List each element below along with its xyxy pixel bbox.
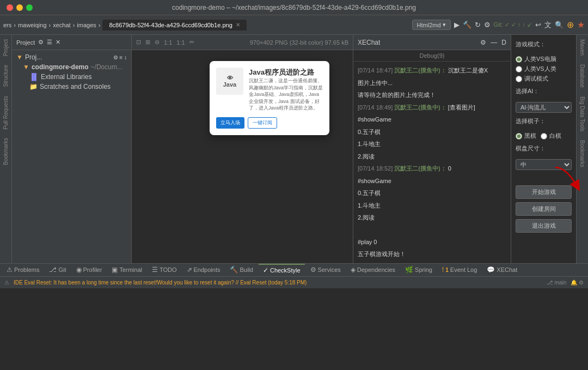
list-icon[interactable]: ☰ <box>47 39 52 46</box>
tab-event-log[interactable]: ! 1 Event Log <box>438 264 481 276</box>
gear-icon[interactable]: ⚙ <box>480 39 486 46</box>
tab-label: Endpoints <box>194 266 220 273</box>
maximize-button[interactable] <box>26 4 33 11</box>
tree-item-scratches[interactable]: 📁 Scratches and Consoles <box>25 82 131 92</box>
tab-checkstyle[interactable]: ✓ CheckStyle <box>259 264 305 276</box>
exit-game-button[interactable]: 退出游戏 <box>516 219 572 233</box>
tab-endpoints[interactable]: ⇗ Endpoints <box>182 264 225 276</box>
tree-item-label: Scratches and Consoles <box>40 83 111 90</box>
tab-label: 8c8679db-52f4-43de-a429-6ccd69cd0b1e.png <box>109 22 232 28</box>
minimize-icon[interactable]: — <box>491 39 497 46</box>
board-size-select[interactable]: 中 <box>516 159 572 170</box>
sidebar-item-maven[interactable]: Maven <box>579 39 585 56</box>
game-mode-title: 游戏模式： <box>516 40 572 48</box>
git-branch[interactable]: ⎇ main <box>547 280 566 286</box>
expand-icon[interactable]: D <box>501 39 506 46</box>
tab-label: Spring <box>415 266 432 273</box>
close-button[interactable] <box>7 4 13 11</box>
java-card-header: 👁 Java Java程序员进阶之路 沉默王二谦，这是一份通俗易懂、风趣幽默的J… <box>216 68 323 112</box>
sidebar-item-big-data-tools[interactable]: Big Data Tools <box>579 96 585 131</box>
minimize-button[interactable] <box>16 4 23 11</box>
edit-icon[interactable]: ✏ <box>189 39 194 46</box>
project-tree: ▼ Proj... ⚙ ≡ ↕ ▼ codingmore-demo ~/Docu… <box>12 50 131 263</box>
star-icon[interactable]: ★ <box>577 20 585 30</box>
java-logo: 👁 Java <box>216 68 243 95</box>
mode-debug[interactable]: 调试模式 <box>516 75 572 83</box>
tree-item-root[interactable]: ▼ Proj... ⚙ ≡ ↕ <box>12 52 131 62</box>
tab-problems[interactable]: ⚠ Problems <box>2 264 44 276</box>
zoom-out-icon[interactable]: ⊖ <box>155 39 160 46</box>
undo-icon[interactable]: ↩ <box>535 21 541 29</box>
tab-label: CheckStyle <box>270 267 301 274</box>
sidebar-item-structure[interactable]: Structure <box>3 65 9 87</box>
java-btn-secondary[interactable]: 一键订阅 <box>248 117 277 129</box>
message-item: [07/14 18:52] 沉默王二(摸鱼中)： 0 <box>358 164 506 173</box>
grid-icon[interactable]: ⊞ <box>145 39 150 46</box>
chess-black[interactable]: 黑棋 <box>516 132 536 140</box>
board-size-container: 中 <box>516 159 572 170</box>
tree-item-label: Proj... <box>25 53 42 61</box>
settings-icon[interactable]: ⚙ ≡ ↕ <box>113 54 127 60</box>
tab-spring[interactable]: 🌿 Spring <box>401 264 437 276</box>
toolbar-right: Html2md ▾ ▶ 🔨 ↻ ⚙ Git: ✓ ✓ ↑ ↑ ↙ ↩ 文 🔍 ⊕… <box>412 20 585 30</box>
settings-icon[interactable]: ⚙ <box>484 21 491 29</box>
message-item: 0.五子棋 <box>358 128 506 137</box>
run-icon[interactable]: ▶ <box>454 21 460 29</box>
gear-icon[interactable]: ⚙ <box>38 39 44 46</box>
chess-white[interactable]: 白棋 <box>541 132 561 140</box>
tab-label: Dependencies <box>357 266 395 273</box>
tab-label: Git <box>58 266 66 273</box>
tab-services[interactable]: ⚙ Services <box>306 264 345 276</box>
image-canvas: 👁 Java Java程序员进阶之路 沉默王二谦，这是一份通俗易懂、风趣幽默的J… <box>132 50 353 263</box>
sidebar-item-database[interactable]: Database <box>579 64 585 88</box>
game-mode-group: 人类VS电脑 人类VS人类 调试模式 <box>516 55 572 83</box>
close-icon[interactable]: ✕ <box>56 39 60 46</box>
image-area: ⊡ ⊞ ⊖ 1:1 1:1 ✏ 970×402 PNG (32-bit colo… <box>132 35 353 263</box>
breadcrumb-part: images <box>77 22 96 28</box>
active-tab[interactable]: 8c8679db-52f4-43de-a429-6ccd69cd0b1e.png… <box>102 20 246 31</box>
build-icon[interactable]: 🔨 <box>463 21 471 29</box>
mode-human-vs-human[interactable]: 人类VS人类 <box>516 65 572 73</box>
search-icon[interactable]: 🔍 <box>555 21 564 29</box>
zoom-reset[interactable]: 1:1 <box>164 39 172 46</box>
toolbar: ers › maweiqing › xechat › images › 8c86… <box>0 15 588 35</box>
translate-icon[interactable]: 文 <box>544 20 552 30</box>
tab-label: Build <box>240 266 253 273</box>
create-room-button[interactable]: 创建房间 <box>516 202 572 216</box>
mode-human-vs-ai[interactable]: 人类VS电脑 <box>516 55 572 63</box>
message-item: #showGame <box>358 115 506 124</box>
tree-item-label: codingmore-demo <box>32 63 89 71</box>
tab-terminal[interactable]: ▣ Terminal <box>107 264 146 276</box>
tab-git[interactable]: ⎇ Git <box>45 264 70 276</box>
sidebar-item-bookmarks-right[interactable]: Bookmarks <box>579 140 585 167</box>
breadcrumb: ers › maweiqing › xechat › images › <box>3 22 100 28</box>
tab-dependencies[interactable]: ◈ Dependencies <box>346 264 400 276</box>
ai-select[interactable]: AI·沟流儿 <box>516 102 572 113</box>
tab-xchat[interactable]: 💬 XEChat <box>482 264 522 276</box>
sidebar-item-project[interactable]: Project <box>3 39 9 56</box>
plus-icon[interactable]: ⊕ <box>567 20 574 30</box>
reload-icon[interactable]: ↻ <box>475 21 481 29</box>
status-icons: 🔔 ⚙ <box>571 280 584 286</box>
tab-todo[interactable]: ☰ TODO <box>148 264 181 276</box>
sidebar-item-pull-requests[interactable]: Pull Requests <box>3 96 9 130</box>
tab-profiler[interactable]: ◉ Profiler <box>72 264 107 276</box>
xchat-messages[interactable]: [07/14 18:47] 沉默王二(摸鱼中)： 沉默王二是傻X 图片上传中..… <box>353 62 511 263</box>
message-item: 五子棋游戏开始！ <box>358 250 506 259</box>
html-mode-label: Html2md <box>417 22 441 28</box>
message-item: #play 0 <box>358 238 506 247</box>
tree-item-codingmore[interactable]: ▼ codingmore-demo ~/Docum... <box>19 62 131 72</box>
tab-close-icon[interactable]: ✕ <box>236 22 240 28</box>
xchat-header-right: ⚙ — D <box>480 39 506 46</box>
java-btn-primary[interactable]: 立马入场 <box>216 117 244 129</box>
html-mode-button[interactable]: Html2md ▾ <box>412 20 451 30</box>
message-item: 2.阅读 <box>358 152 506 161</box>
fit-icon[interactable]: ⊡ <box>136 39 141 46</box>
endpoints-icon: ⇗ <box>187 266 192 274</box>
tree-item-ext-libs[interactable]: ▐▌ External Libraries <box>25 72 131 82</box>
message-item: 1.斗地主 <box>358 201 506 210</box>
game-panel: 游戏模式： 人类VS电脑 人类VS人类 调试模式 选择AI： AI·沟流儿 选择… <box>511 35 576 263</box>
start-game-button[interactable]: 开始游戏 <box>516 185 572 199</box>
tab-build[interactable]: 🔨 Build <box>225 264 257 276</box>
sidebar-item-bookmarks[interactable]: Bookmarks <box>3 138 9 165</box>
